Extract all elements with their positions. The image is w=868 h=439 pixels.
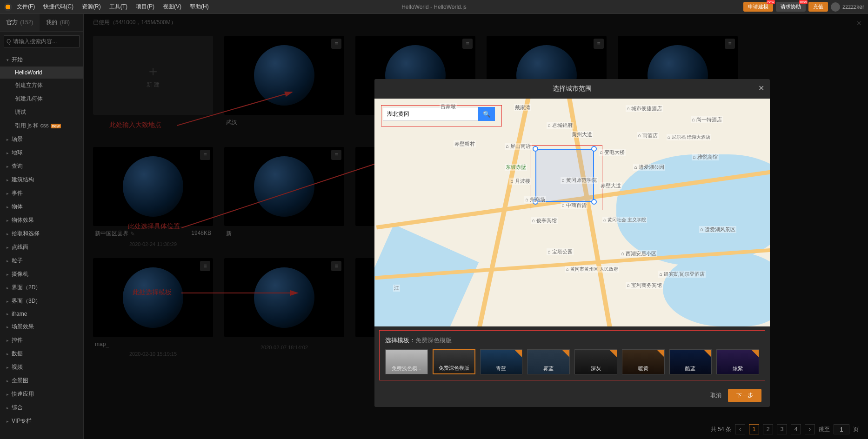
map-label: 吕家墩 xyxy=(440,103,457,110)
tab-official[interactable]: 官方 (152) xyxy=(0,14,40,31)
tree-item[interactable]: 拾取和选择 xyxy=(0,227,83,240)
tree-item[interactable]: iframe xyxy=(0,308,83,320)
map-label: ⌂ 雨酒店 xyxy=(637,132,659,139)
menu-view[interactable]: 视图(V) xyxy=(163,3,181,11)
template-item[interactable]: 炫紫 xyxy=(716,349,759,374)
tree: 开始HelloWorld创建立方体创建几何体调试引用 js 和 cssnew场景… xyxy=(0,51,83,430)
pager-1[interactable]: 1 xyxy=(749,424,759,434)
map-label: ⌂ 俊亭宾馆 xyxy=(531,217,558,224)
tree-item[interactable]: 全景图 xyxy=(0,374,83,387)
menu-shortcut[interactable]: 快捷代码(C) xyxy=(43,3,73,11)
pager-goto-input[interactable] xyxy=(834,424,849,434)
handle-nw[interactable] xyxy=(533,146,538,152)
pager-2[interactable]: 2 xyxy=(763,424,773,434)
sidebar-search[interactable]: Q xyxy=(4,35,80,47)
tree-item[interactable]: 建筑结构 xyxy=(0,173,83,186)
pager-4[interactable]: 4 xyxy=(791,424,801,434)
tree-item[interactable]: 摄像机 xyxy=(0,267,83,281)
search-input[interactable] xyxy=(13,38,77,45)
map-label: ⌂ 中商百货 xyxy=(561,202,588,209)
handle-ne[interactable] xyxy=(591,146,597,152)
template-item[interactable]: 深灰 xyxy=(574,349,617,374)
map-label: 戴家湾 xyxy=(514,104,531,111)
tree-item[interactable]: HelloWorld xyxy=(0,67,83,79)
map-label: ⌂ 州商场 xyxy=(524,196,546,203)
tree-item[interactable]: 界面（2D） xyxy=(0,281,83,294)
tree-item[interactable]: 场景效果 xyxy=(0,320,83,333)
map-label: ⌂ 雅悦宾馆 xyxy=(692,153,719,160)
map-label: ⌂ 遗爱湖风景区 xyxy=(699,226,736,233)
map-search-button[interactable]: 🔍 xyxy=(478,107,495,121)
tree-item[interactable]: 综合 xyxy=(0,401,83,414)
tree-item[interactable]: 点线面 xyxy=(0,240,83,254)
avatar xyxy=(831,2,840,12)
map-label: ⌂ 尼尔福 璟湖大酒店 xyxy=(667,134,711,140)
handle-se[interactable] xyxy=(591,199,597,205)
pager-goto-label: 跳至 xyxy=(819,426,830,433)
tab-mine[interactable]: 我的 (88) xyxy=(40,14,76,31)
topbar: 文件(F) 快捷代码(C) 资源(R) 工具(T) 项目(P) 视图(V) 帮助… xyxy=(0,0,868,14)
city-dialog: 选择城市范围 ✕ 🔍 xyxy=(374,79,770,407)
tree-item[interactable]: 物体 xyxy=(0,200,83,213)
map-label: ⌂ 屏山南语 xyxy=(505,143,532,150)
template-item[interactable]: 青蓝 xyxy=(480,349,523,374)
search-icon: Q xyxy=(7,38,11,45)
template-item[interactable]: 免费深色模版 xyxy=(433,349,475,374)
tree-item[interactable]: 控件 xyxy=(0,333,83,347)
tree-item[interactable]: 粒子 xyxy=(0,254,83,267)
template-item[interactable]: 酷蓝 xyxy=(669,349,712,374)
selection-rect[interactable] xyxy=(535,149,594,202)
pager-next[interactable]: › xyxy=(805,424,815,434)
map-search-input[interactable] xyxy=(383,107,478,121)
tree-item[interactable]: 数据 xyxy=(0,347,83,360)
map-label: ⌂ 城市便捷酒店 xyxy=(626,105,663,112)
tree-item[interactable]: 创建立方体 xyxy=(0,79,83,92)
map-label: ⌂ 西湖安居小区 xyxy=(620,250,657,257)
tree-item[interactable]: 创建几何体 xyxy=(0,92,83,106)
map-label: ⌂ 宝利商务宾馆 xyxy=(626,282,663,289)
tree-item[interactable]: 快速应用 xyxy=(0,387,83,401)
dialog-close-icon[interactable]: ✕ xyxy=(758,84,764,93)
map-label: ⌂ 君城锦府 xyxy=(547,122,574,129)
pager-page-suffix: 页 xyxy=(853,426,859,433)
tree-item[interactable]: 地球 xyxy=(0,146,83,160)
tree-item[interactable]: 查询 xyxy=(0,160,83,173)
app-logo xyxy=(4,3,12,11)
request-help-button[interactable]: 请求协助new xyxy=(776,2,806,12)
template-item[interactable]: 免费浅色模... xyxy=(385,349,428,374)
map-label: ⌂ 遗爱湖公园 xyxy=(633,164,665,171)
menu-project[interactable]: 项目(P) xyxy=(136,3,154,11)
content-area: × 已使用（54/1000，145M/500M） ＋新 建≡武汉≡≡0KB≡中国… xyxy=(84,14,868,439)
template-item[interactable]: 雾蓝 xyxy=(527,349,570,374)
sidebar-tabs: 官方 (152) 我的 (88) xyxy=(0,14,83,32)
menu-file[interactable]: 文件(F) xyxy=(17,3,35,11)
tree-item[interactable]: 事件 xyxy=(0,186,83,200)
menu-help[interactable]: 帮助(H) xyxy=(190,3,209,11)
tree-item[interactable]: 视频 xyxy=(0,360,83,374)
tree-item[interactable]: VIP专栏 xyxy=(0,414,83,428)
tree-item[interactable]: 调试 xyxy=(0,106,83,119)
tree-item[interactable]: 引用 js 和 cssnew xyxy=(0,119,83,133)
menu-tool[interactable]: 工具(T) xyxy=(109,3,127,11)
pager-prev[interactable]: ‹ xyxy=(735,424,745,434)
template-item[interactable]: 暖黄 xyxy=(622,349,665,374)
username: zzzzzker xyxy=(842,4,864,10)
template-list: 免费浅色模...免费深色模版青蓝雾蓝深灰暖黄酷蓝炫紫 xyxy=(385,349,759,374)
pager-3[interactable]: 3 xyxy=(777,424,787,434)
tree-item[interactable]: 场景 xyxy=(0,133,83,146)
pager-total: 共 54 条 xyxy=(711,426,731,433)
tree-item[interactable]: 开始 xyxy=(0,53,83,67)
map-label: ⌂ 黄冈社会 主义学院 xyxy=(602,217,647,223)
tree-item[interactable]: 物体效果 xyxy=(0,213,83,227)
user-menu[interactable]: zzzzzker xyxy=(831,2,864,12)
map-area[interactable]: 🔍 吕家墩戴家湾⌂ 城市便捷酒店⌂ 尚一特酒店⌂ 君城锦府⌂ 雨酒店⌂ 尼尔福 … xyxy=(374,99,770,326)
next-button[interactable]: 下一步 xyxy=(728,389,761,402)
recharge-button[interactable]: 充值 xyxy=(808,2,828,12)
map-label: 东坡赤壁 xyxy=(505,164,527,171)
tree-item[interactable]: 界面（3D） xyxy=(0,294,83,308)
apply-model-button[interactable]: 申请建模new xyxy=(743,2,773,12)
cancel-button[interactable]: 取消 xyxy=(710,392,721,399)
map-label: ⌂ 纽宾凯瓦尔登酒店 xyxy=(658,271,706,278)
menu-resource[interactable]: 资源(R) xyxy=(82,3,101,11)
pager: 共 54 条 ‹ 1 2 3 4 › 跳至 页 xyxy=(711,424,859,434)
